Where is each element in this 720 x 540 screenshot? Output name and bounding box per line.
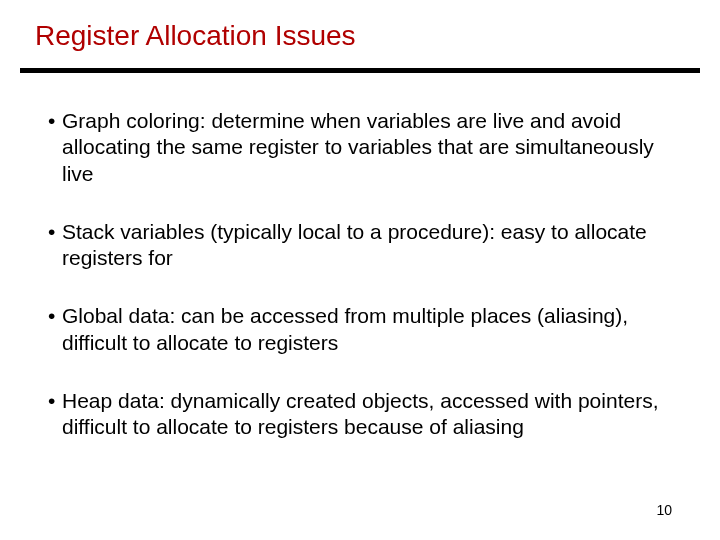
bullet-marker-icon: • bbox=[48, 388, 62, 414]
title-underline bbox=[20, 68, 700, 73]
bullet-text: Global data: can be accessed from multip… bbox=[62, 304, 628, 353]
bullet-item: •Stack variables (typically local to a p… bbox=[48, 219, 688, 272]
bullet-marker-icon: • bbox=[48, 108, 62, 134]
bullet-text: Stack variables (typically local to a pr… bbox=[62, 220, 647, 269]
bullet-text: Heap data: dynamically created objects, … bbox=[62, 389, 658, 438]
bullet-text: Graph coloring: determine when variables… bbox=[62, 109, 654, 185]
slide-title: Register Allocation Issues bbox=[35, 20, 356, 52]
slide-body: •Graph coloring: determine when variable… bbox=[48, 108, 688, 472]
bullet-marker-icon: • bbox=[48, 303, 62, 329]
page-number: 10 bbox=[656, 502, 672, 518]
slide: Register Allocation Issues •Graph colori… bbox=[0, 0, 720, 540]
bullet-item: •Global data: can be accessed from multi… bbox=[48, 303, 688, 356]
bullet-marker-icon: • bbox=[48, 219, 62, 245]
bullet-item: •Heap data: dynamically created objects,… bbox=[48, 388, 688, 441]
bullet-item: •Graph coloring: determine when variable… bbox=[48, 108, 688, 187]
